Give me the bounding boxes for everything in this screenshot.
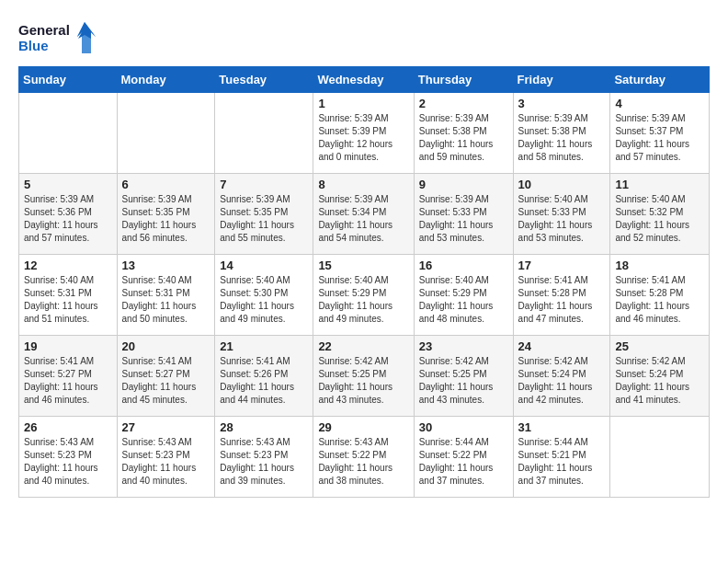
logo-svg: General Blue: [18, 18, 101, 57]
calendar-cell: 13Sunrise: 5:40 AM Sunset: 5:31 PM Dayli…: [117, 255, 215, 336]
day-number: 22: [318, 339, 408, 353]
logo: General Blue: [18, 18, 101, 57]
calendar-cell: 12Sunrise: 5:40 AM Sunset: 5:31 PM Dayli…: [19, 255, 118, 336]
day-number: 1: [318, 97, 408, 110]
day-info: Sunrise: 5:39 AM Sunset: 5:37 PM Dayligh…: [615, 112, 704, 164]
calendar-cell: 28Sunrise: 5:43 AM Sunset: 5:23 PM Dayli…: [215, 417, 313, 498]
day-info: Sunrise: 5:39 AM Sunset: 5:38 PM Dayligh…: [419, 112, 508, 164]
weekday-header-row: SundayMondayTuesdayWednesdayThursdayFrid…: [19, 67, 710, 93]
calendar-cell: 25Sunrise: 5:42 AM Sunset: 5:24 PM Dayli…: [610, 336, 710, 417]
calendar-cell: 16Sunrise: 5:40 AM Sunset: 5:29 PM Dayli…: [414, 255, 513, 336]
day-number: 21: [220, 339, 308, 353]
calendar-cell: 21Sunrise: 5:41 AM Sunset: 5:26 PM Dayli…: [215, 336, 313, 417]
day-info: Sunrise: 5:43 AM Sunset: 5:23 PM Dayligh…: [220, 436, 308, 488]
week-row-1: 1Sunrise: 5:39 AM Sunset: 5:39 PM Daylig…: [19, 93, 710, 174]
day-number: 18: [615, 259, 704, 272]
day-number: 7: [220, 178, 308, 191]
day-number: 19: [24, 339, 112, 353]
day-info: Sunrise: 5:39 AM Sunset: 5:39 PM Dayligh…: [318, 112, 408, 164]
calendar-cell: 30Sunrise: 5:44 AM Sunset: 5:22 PM Dayli…: [414, 417, 513, 498]
day-info: Sunrise: 5:40 AM Sunset: 5:29 PM Dayligh…: [419, 274, 508, 326]
day-info: Sunrise: 5:41 AM Sunset: 5:27 PM Dayligh…: [122, 355, 210, 407]
calendar-cell: [610, 417, 710, 498]
weekday-header-saturday: Saturday: [610, 67, 710, 93]
calendar-cell: 11Sunrise: 5:40 AM Sunset: 5:32 PM Dayli…: [610, 174, 710, 255]
day-number: 23: [419, 339, 508, 353]
calendar-cell: 5Sunrise: 5:39 AM Sunset: 5:36 PM Daylig…: [19, 174, 118, 255]
page-header: General Blue: [18, 18, 710, 57]
day-info: Sunrise: 5:39 AM Sunset: 5:34 PM Dayligh…: [318, 193, 408, 245]
calendar-cell: [19, 93, 118, 174]
day-number: 26: [24, 420, 112, 434]
day-info: Sunrise: 5:39 AM Sunset: 5:36 PM Dayligh…: [24, 193, 112, 245]
calendar-cell: 31Sunrise: 5:44 AM Sunset: 5:21 PM Dayli…: [513, 417, 610, 498]
day-info: Sunrise: 5:39 AM Sunset: 5:35 PM Dayligh…: [220, 193, 308, 245]
calendar-cell: 8Sunrise: 5:39 AM Sunset: 5:34 PM Daylig…: [313, 174, 414, 255]
day-info: Sunrise: 5:43 AM Sunset: 5:22 PM Dayligh…: [318, 436, 408, 488]
calendar-cell: 3Sunrise: 5:39 AM Sunset: 5:38 PM Daylig…: [513, 93, 610, 174]
day-number: 29: [318, 420, 408, 434]
calendar-cell: 10Sunrise: 5:40 AM Sunset: 5:33 PM Dayli…: [513, 174, 610, 255]
calendar-cell: 9Sunrise: 5:39 AM Sunset: 5:33 PM Daylig…: [414, 174, 513, 255]
calendar-cell: 26Sunrise: 5:43 AM Sunset: 5:23 PM Dayli…: [19, 417, 118, 498]
day-info: Sunrise: 5:44 AM Sunset: 5:21 PM Dayligh…: [518, 436, 606, 488]
day-info: Sunrise: 5:41 AM Sunset: 5:28 PM Dayligh…: [615, 274, 704, 326]
day-number: 25: [615, 339, 704, 353]
day-info: Sunrise: 5:40 AM Sunset: 5:33 PM Dayligh…: [518, 193, 606, 245]
day-number: 28: [220, 420, 308, 434]
day-info: Sunrise: 5:41 AM Sunset: 5:27 PM Dayligh…: [24, 355, 112, 407]
day-info: Sunrise: 5:40 AM Sunset: 5:31 PM Dayligh…: [24, 274, 112, 326]
day-number: 14: [220, 259, 308, 272]
calendar-cell: 4Sunrise: 5:39 AM Sunset: 5:37 PM Daylig…: [610, 93, 710, 174]
weekday-header-wednesday: Wednesday: [313, 67, 414, 93]
day-number: 27: [122, 420, 210, 434]
day-info: Sunrise: 5:44 AM Sunset: 5:22 PM Dayligh…: [419, 436, 508, 488]
day-info: Sunrise: 5:42 AM Sunset: 5:25 PM Dayligh…: [318, 355, 408, 407]
day-number: 8: [318, 178, 408, 191]
calendar-cell: 2Sunrise: 5:39 AM Sunset: 5:38 PM Daylig…: [414, 93, 513, 174]
day-number: 30: [419, 420, 508, 434]
calendar-cell: 15Sunrise: 5:40 AM Sunset: 5:29 PM Dayli…: [313, 255, 414, 336]
calendar-cell: 7Sunrise: 5:39 AM Sunset: 5:35 PM Daylig…: [215, 174, 313, 255]
calendar-cell: 17Sunrise: 5:41 AM Sunset: 5:28 PM Dayli…: [513, 255, 610, 336]
day-info: Sunrise: 5:40 AM Sunset: 5:31 PM Dayligh…: [122, 274, 210, 326]
day-info: Sunrise: 5:42 AM Sunset: 5:25 PM Dayligh…: [419, 355, 508, 407]
day-number: 13: [122, 259, 210, 272]
day-number: 2: [419, 97, 508, 110]
day-info: Sunrise: 5:40 AM Sunset: 5:32 PM Dayligh…: [615, 193, 704, 245]
day-number: 11: [615, 178, 704, 191]
day-number: 6: [122, 178, 210, 191]
calendar-cell: 14Sunrise: 5:40 AM Sunset: 5:30 PM Dayli…: [215, 255, 313, 336]
calendar-cell: 29Sunrise: 5:43 AM Sunset: 5:22 PM Dayli…: [313, 417, 414, 498]
day-number: 10: [518, 178, 606, 191]
calendar-cell: 24Sunrise: 5:42 AM Sunset: 5:24 PM Dayli…: [513, 336, 610, 417]
week-row-5: 26Sunrise: 5:43 AM Sunset: 5:23 PM Dayli…: [19, 417, 710, 498]
day-number: 15: [318, 259, 408, 272]
day-info: Sunrise: 5:42 AM Sunset: 5:24 PM Dayligh…: [615, 355, 704, 407]
day-number: 5: [24, 178, 112, 191]
calendar-cell: [117, 93, 215, 174]
day-info: Sunrise: 5:42 AM Sunset: 5:24 PM Dayligh…: [518, 355, 606, 407]
calendar-cell: 22Sunrise: 5:42 AM Sunset: 5:25 PM Dayli…: [313, 336, 414, 417]
svg-text:Blue: Blue: [18, 38, 49, 53]
day-info: Sunrise: 5:41 AM Sunset: 5:28 PM Dayligh…: [518, 274, 606, 326]
calendar-table: SundayMondayTuesdayWednesdayThursdayFrid…: [18, 66, 710, 498]
calendar-cell: 19Sunrise: 5:41 AM Sunset: 5:27 PM Dayli…: [19, 336, 118, 417]
day-info: Sunrise: 5:39 AM Sunset: 5:38 PM Dayligh…: [518, 112, 606, 164]
calendar-cell: 1Sunrise: 5:39 AM Sunset: 5:39 PM Daylig…: [313, 93, 414, 174]
day-number: 17: [518, 259, 606, 272]
week-row-4: 19Sunrise: 5:41 AM Sunset: 5:27 PM Dayli…: [19, 336, 710, 417]
weekday-header-monday: Monday: [117, 67, 215, 93]
week-row-2: 5Sunrise: 5:39 AM Sunset: 5:36 PM Daylig…: [19, 174, 710, 255]
calendar-cell: 23Sunrise: 5:42 AM Sunset: 5:25 PM Dayli…: [414, 336, 513, 417]
day-info: Sunrise: 5:39 AM Sunset: 5:35 PM Dayligh…: [122, 193, 210, 245]
svg-text:General: General: [18, 22, 70, 38]
weekday-header-thursday: Thursday: [414, 67, 513, 93]
day-info: Sunrise: 5:40 AM Sunset: 5:29 PM Dayligh…: [318, 274, 408, 326]
day-info: Sunrise: 5:41 AM Sunset: 5:26 PM Dayligh…: [220, 355, 308, 407]
calendar-cell: 6Sunrise: 5:39 AM Sunset: 5:35 PM Daylig…: [117, 174, 215, 255]
weekday-header-tuesday: Tuesday: [215, 67, 313, 93]
day-number: 12: [24, 259, 112, 272]
day-number: 31: [518, 420, 606, 434]
calendar-cell: 18Sunrise: 5:41 AM Sunset: 5:28 PM Dayli…: [610, 255, 710, 336]
